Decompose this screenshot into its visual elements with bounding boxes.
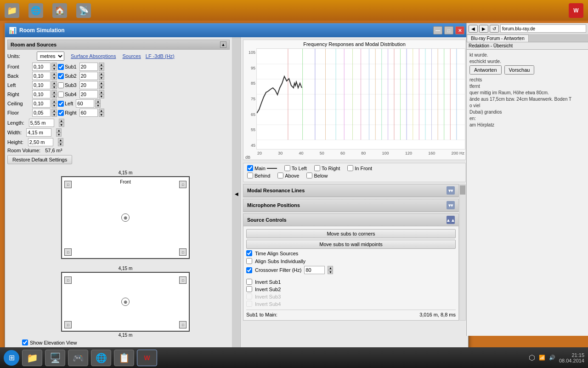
behind-checkbox[interactable] xyxy=(247,172,253,178)
sub4-lf-input[interactable] xyxy=(79,90,98,98)
invert-sub4-checkbox[interactable] xyxy=(246,301,252,307)
panel-collapse-divider[interactable]: ◀ xyxy=(232,37,241,350)
sub1-lf-dn[interactable]: ▼ xyxy=(99,67,104,71)
in-front-checkbox[interactable] xyxy=(347,165,353,171)
floor-absorb-input[interactable] xyxy=(32,109,51,117)
taskbar-icon-1[interactable]: 📁 xyxy=(5,3,19,18)
sub1-lf-input[interactable] xyxy=(79,63,98,71)
browser-vorschau-button[interactable]: Vorschau xyxy=(504,65,535,75)
ceiling-absorb-dn[interactable]: ▼ xyxy=(51,104,57,108)
height-dn[interactable]: ▼ xyxy=(58,142,63,146)
taskbar-icon-4[interactable]: 📡 xyxy=(76,3,91,18)
width-input[interactable] xyxy=(26,128,51,137)
height-input[interactable] xyxy=(28,138,53,146)
sub2-lf-input[interactable] xyxy=(79,72,98,80)
browser-tab-1[interactable]: Blu-ray Forum - Antworten xyxy=(467,34,529,42)
sub1-lf-up[interactable]: ▲ xyxy=(99,63,104,67)
taskbar-icon-3[interactable]: 🏠 xyxy=(52,3,67,18)
modal-resonance-collapse-icon[interactable]: ▾▾ xyxy=(447,186,455,195)
right-lf-dn[interactable]: ▼ xyxy=(99,113,104,117)
restore-defaults-button[interactable]: Restore Default Settings xyxy=(7,155,72,164)
sub3-lf-dn[interactable]: ▼ xyxy=(99,85,104,89)
sub1-checkbox[interactable] xyxy=(58,64,64,70)
sub2-lf-dn[interactable]: ▼ xyxy=(99,76,104,80)
align-subs-checkbox[interactable] xyxy=(246,258,252,264)
left-absorb-up[interactable]: ▲ xyxy=(51,81,57,85)
sub4-lf-up[interactable]: ▲ xyxy=(99,90,104,94)
back-absorb-dn[interactable]: ▼ xyxy=(51,76,57,80)
sub3-checkbox[interactable] xyxy=(58,82,64,88)
right-absorb-dn[interactable]: ▼ xyxy=(51,94,57,98)
below-checkbox[interactable] xyxy=(306,172,312,178)
length-dn[interactable]: ▼ xyxy=(59,123,64,127)
back-absorb-input[interactable] xyxy=(32,72,51,80)
units-select[interactable]: metres feet xyxy=(37,52,64,61)
taskbar-app-3[interactable]: 🖥️ xyxy=(45,350,65,366)
left-lf-dn[interactable]: ▼ xyxy=(95,104,101,108)
left-lf-up[interactable]: ▲ xyxy=(95,99,101,104)
right-absorb-input[interactable] xyxy=(32,90,51,98)
ceiling-absorb-input[interactable] xyxy=(32,99,51,108)
sub2-lf-up[interactable]: ▲ xyxy=(99,72,104,76)
sub3-lf-input[interactable] xyxy=(79,81,98,89)
browser-back-button[interactable]: ◀ xyxy=(469,25,478,33)
taskbar-icon-2[interactable]: 🌐 xyxy=(28,3,43,18)
modal-resonance-header[interactable]: Modal Resonance Lines ▾▾ xyxy=(243,184,458,197)
front-absorb-up[interactable]: ▲ xyxy=(51,63,57,67)
left-checkbox[interactable] xyxy=(58,101,64,107)
floor-absorb-dn[interactable]: ▼ xyxy=(51,113,57,117)
invert-sub2-checkbox[interactable] xyxy=(246,286,252,292)
start-button[interactable]: ⊞ xyxy=(4,350,19,366)
time-align-checkbox[interactable] xyxy=(246,250,252,256)
browser-antworten-button[interactable]: Antworten xyxy=(469,65,502,75)
source-controls-header[interactable]: Source Controls ▲▲ xyxy=(243,214,458,226)
browser-refresh-button[interactable]: ↺ xyxy=(490,25,499,33)
height-up[interactable]: ▲ xyxy=(58,138,63,142)
scrollbar-thumb[interactable] xyxy=(460,185,465,195)
to-right-checkbox[interactable] xyxy=(314,165,320,171)
invert-sub3-checkbox[interactable] xyxy=(246,293,252,299)
surface-absorptions-link[interactable]: Surface Absorptions xyxy=(71,53,116,59)
length-up[interactable]: ▲ xyxy=(59,119,64,123)
right-lf-input[interactable] xyxy=(79,109,98,117)
length-input[interactable] xyxy=(29,119,54,127)
sub4-checkbox[interactable] xyxy=(58,92,64,98)
show-elevation-checkbox[interactable] xyxy=(22,339,28,345)
ceiling-absorb-up[interactable]: ▲ xyxy=(51,99,57,104)
floor-absorb-up[interactable]: ▲ xyxy=(51,109,57,113)
left-absorb-dn[interactable]: ▼ xyxy=(51,85,57,89)
sub2-checkbox[interactable] xyxy=(58,73,64,79)
left-lf-input[interactable] xyxy=(76,99,94,108)
back-absorb-up[interactable]: ▲ xyxy=(51,72,57,76)
taskbar-app-ie[interactable]: 🌐 xyxy=(91,350,111,366)
right-checkbox[interactable] xyxy=(58,110,64,116)
minimize-button[interactable]: — xyxy=(433,26,442,34)
browser-forward-button[interactable]: ▶ xyxy=(479,25,488,33)
taskbar-app-rew[interactable]: W xyxy=(137,350,157,366)
above-checkbox[interactable] xyxy=(277,172,283,178)
crossover-input[interactable] xyxy=(304,266,325,274)
right-lf-up[interactable]: ▲ xyxy=(99,109,104,113)
crossover-checkbox[interactable] xyxy=(246,267,252,273)
microphone-collapse-icon[interactable]: ▾▾ xyxy=(447,201,455,209)
to-left-checkbox[interactable] xyxy=(284,165,290,171)
move-subs-corners-button[interactable]: Move subs to corners xyxy=(246,229,456,238)
lf-3db-link[interactable]: LF -3dB (Hz) xyxy=(146,53,175,59)
crossover-dn[interactable]: ▼ xyxy=(328,270,333,274)
front-absorb-dn[interactable]: ▼ xyxy=(51,67,57,71)
rew-icon[interactable]: W xyxy=(569,3,583,18)
scrollbar[interactable] xyxy=(459,184,466,321)
browser-url-input[interactable] xyxy=(500,24,586,33)
sources-link[interactable]: Sources xyxy=(122,53,141,59)
source-controls-collapse-icon[interactable]: ▲▲ xyxy=(447,216,455,224)
taskbar-app-5[interactable]: 📋 xyxy=(114,350,134,366)
sub4-lf-dn[interactable]: ▼ xyxy=(99,94,104,98)
width-up[interactable]: ▲ xyxy=(56,128,62,132)
microphone-header[interactable]: Microphone Positions ▾▾ xyxy=(243,199,458,212)
close-button[interactable]: ✕ xyxy=(455,26,464,34)
width-dn[interactable]: ▼ xyxy=(56,132,62,137)
maximize-button[interactable]: □ xyxy=(444,26,453,34)
front-absorb-input[interactable] xyxy=(32,63,51,71)
main-checkbox[interactable] xyxy=(247,165,253,171)
panel-collapse-button[interactable]: ▲ xyxy=(220,41,226,48)
